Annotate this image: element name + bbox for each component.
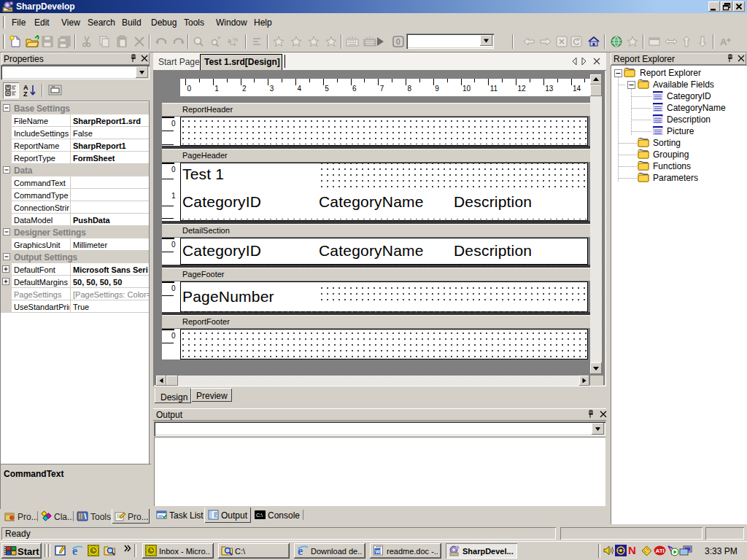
svg-text:Z: Z [23, 90, 28, 98]
svg-text:C:\: C:\ [256, 513, 263, 518]
svg-text:%: % [233, 36, 238, 43]
svg-text:N: N [628, 545, 636, 556]
svg-text:ATI: ATI [656, 548, 665, 554]
svg-text:W: W [376, 549, 381, 554]
svg-text:A: A [720, 36, 727, 47]
svg-text:0: 0 [396, 38, 400, 46]
svg-text:a: a [228, 37, 232, 44]
